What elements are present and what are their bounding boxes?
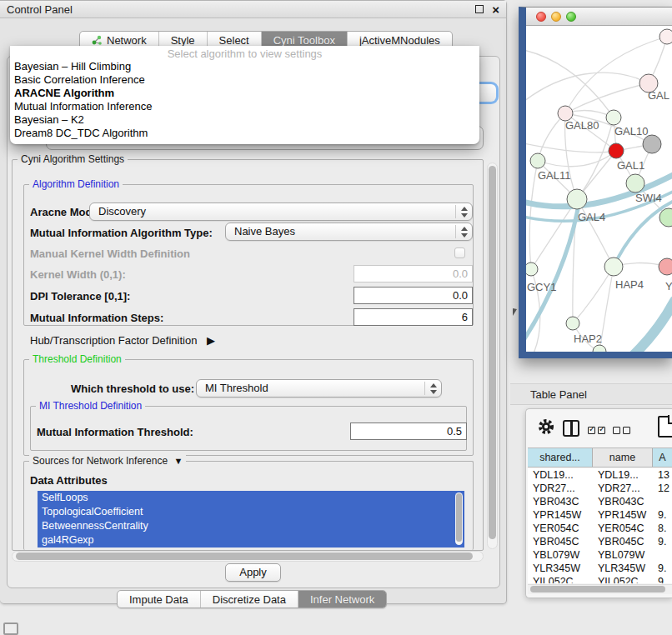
network-node[interactable] <box>643 135 661 153</box>
table-row[interactable]: YDL19...YDL19...13 <box>528 468 672 482</box>
which-threshold-label: Which threshold to use: <box>71 382 194 395</box>
attribute-item[interactable]: BetweennessCentrality <box>38 519 464 533</box>
manual-kernel-checkbox[interactable] <box>454 248 465 258</box>
mi-algorithm-type-select[interactable]: Naive Bayes <box>225 222 473 241</box>
tab-infer-network[interactable]: Infer Network <box>298 591 386 608</box>
algorithm-option[interactable]: Bayesian – Hill Climbing <box>10 60 479 73</box>
table-rows: YDL19...YDL19...13YDR27...YDR27...12YBR0… <box>528 468 672 583</box>
table-row[interactable]: YER054CYER054C8. <box>528 522 672 535</box>
attribute-item[interactable]: SelfLoops <box>38 491 464 505</box>
network-edge[interactable] <box>609 301 672 352</box>
mi-steps-label: Mutual Information Steps: <box>30 312 163 324</box>
algorithm-option[interactable]: Bayesian – K2 <box>10 113 479 127</box>
mi-type-label: Mutual Information Algorithm Type: <box>30 227 213 239</box>
table-row[interactable]: YLR345WYLR345W9. <box>528 562 672 575</box>
apply-button[interactable]: Apply <box>225 563 281 582</box>
deselect-all-columns-icon[interactable] <box>613 422 633 438</box>
network-edge[interactable] <box>577 199 614 267</box>
network-canvas[interactable]: GALGAL80GAL10GAL1GAL11SWI4GAL4GCY1HAP4YH… <box>526 26 672 352</box>
gear-icon[interactable] <box>537 418 555 439</box>
float-panel-icon[interactable] <box>475 5 484 13</box>
network-edge[interactable] <box>573 267 614 323</box>
table-cell: 9. <box>653 562 672 575</box>
table-cell: YDL19... <box>593 468 653 482</box>
table-row[interactable]: YBL079WYBL079W <box>528 548 672 562</box>
table-row[interactable]: YIL052CYIL052C9 <box>528 575 672 583</box>
node-label: GAL11 <box>538 169 571 182</box>
select-all-columns-icon[interactable] <box>588 422 608 438</box>
table-row[interactable]: YBR043CYBR043C <box>528 495 672 508</box>
sources-group-title: Sources for Network Inference ▼ <box>29 455 186 467</box>
close-window-icon[interactable] <box>536 12 546 22</box>
table-row[interactable]: YDR27...YDR27...12 <box>528 482 672 495</box>
network-edge[interactable] <box>538 151 616 167</box>
column-header-3[interactable]: A <box>653 448 672 467</box>
tab-discretize-data[interactable]: Discretize Data <box>201 591 298 608</box>
minimize-window-icon[interactable] <box>551 12 561 22</box>
algorithm-option[interactable]: ARACNE Algorithm <box>10 87 479 100</box>
algorithm-option[interactable]: Basic Correlation Inference <box>10 73 479 87</box>
attribute-item[interactable]: TopologicalCoefficient <box>38 505 464 519</box>
node-table: shared...nameA <box>528 448 672 468</box>
cyni-algorithm-settings-title: Cyni Algorithm Settings <box>18 153 128 165</box>
aracne-mode-select[interactable]: Discovery <box>89 202 473 221</box>
algorithm-definition-title: Algorithm Definition <box>29 178 123 190</box>
data-attributes-list[interactable]: SelfLoopsTopologicalCoefficientBetweenne… <box>38 491 464 548</box>
network-node-hap4[interactable] <box>604 258 623 276</box>
node-label: GAL4 <box>578 211 605 223</box>
network-edge[interactable] <box>614 199 672 267</box>
close-panel-icon[interactable]: × <box>492 1 499 18</box>
network-node-gcy1[interactable] <box>526 262 538 276</box>
network-node-swi4[interactable] <box>626 174 644 192</box>
tab-label: Discretize Data <box>213 591 286 608</box>
table-panel-window: shared...nameA YDL19...YDL19...13YDR27..… <box>525 408 672 598</box>
column-header-1[interactable]: shared... <box>528 448 593 467</box>
algorithm-option[interactable]: Dream8 DC_TDC Algorithm <box>10 127 479 140</box>
table-row[interactable]: YBR045CYBR045C9. <box>528 535 672 548</box>
cyni-bottom-tabs: Impute DataDiscretize DataInfer Network <box>117 590 387 608</box>
settings-vertical-scrollbar[interactable] <box>487 162 498 549</box>
table-cell: YLR345W <box>593 562 653 575</box>
network-window-titlebar[interactable] <box>526 8 672 26</box>
dpi-tolerance-field[interactable]: 0.0 <box>354 287 473 304</box>
network-edge[interactable] <box>526 72 649 105</box>
settings-horizontal-scrollbar[interactable] <box>12 551 484 562</box>
collapse-down-icon[interactable]: ▼ <box>173 456 183 466</box>
mi-steps-field[interactable]: 6 <box>354 308 473 326</box>
network-node-hap2[interactable] <box>566 317 579 330</box>
columns-icon[interactable] <box>563 420 579 437</box>
network-edge[interactable] <box>538 113 565 161</box>
network-node[interactable] <box>593 345 606 352</box>
mi-threshold-group-title: MI Threshold Definition <box>36 400 145 412</box>
mi-type-value: Naive Bayes <box>234 225 295 238</box>
mi-threshold-field[interactable]: 0.5 <box>350 422 467 440</box>
spinner-arrows-icon <box>429 382 437 395</box>
network-node-y[interactable] <box>659 258 672 275</box>
column-header-2[interactable]: name <box>593 448 653 467</box>
network-edge[interactable] <box>529 161 538 269</box>
mouse-cursor <box>513 308 517 316</box>
kernel-width-field[interactable]: 0.0 <box>354 265 473 282</box>
network-node-gal1[interactable] <box>609 143 624 158</box>
which-threshold-select[interactable]: MI Threshold <box>196 379 442 398</box>
tab-impute-data[interactable]: Impute Data <box>118 591 201 608</box>
export-table-icon[interactable] <box>658 416 672 438</box>
table-header-row: shared...nameA <box>528 448 672 468</box>
table-horizontal-scrollbar[interactable] <box>528 584 672 594</box>
table-cell: YBL079W <box>593 548 653 562</box>
algorithm-option[interactable]: Mutual Information Inference <box>10 100 479 113</box>
network-node-gal10[interactable] <box>606 110 621 125</box>
network-node[interactable] <box>659 208 672 227</box>
network-node-gal4[interactable] <box>567 189 587 209</box>
table-row[interactable]: YPR145WYPR145W9. <box>528 508 672 522</box>
network-node[interactable] <box>659 29 672 44</box>
attributes-list-scrollbar[interactable] <box>455 492 463 545</box>
attribute-item[interactable]: gal4RGexp <box>38 533 464 548</box>
table-cell: YBR045C <box>528 535 593 548</box>
expand-right-icon: ▶ <box>207 334 215 347</box>
table-cell: YBR043C <box>528 495 593 508</box>
hub-definition-toggle[interactable]: Hub/Transcription Factor Definition ▶ <box>30 334 215 347</box>
docked-panel-chip[interactable] <box>3 622 18 635</box>
network-node-gal11[interactable] <box>530 153 545 168</box>
zoom-window-icon[interactable] <box>566 12 576 22</box>
